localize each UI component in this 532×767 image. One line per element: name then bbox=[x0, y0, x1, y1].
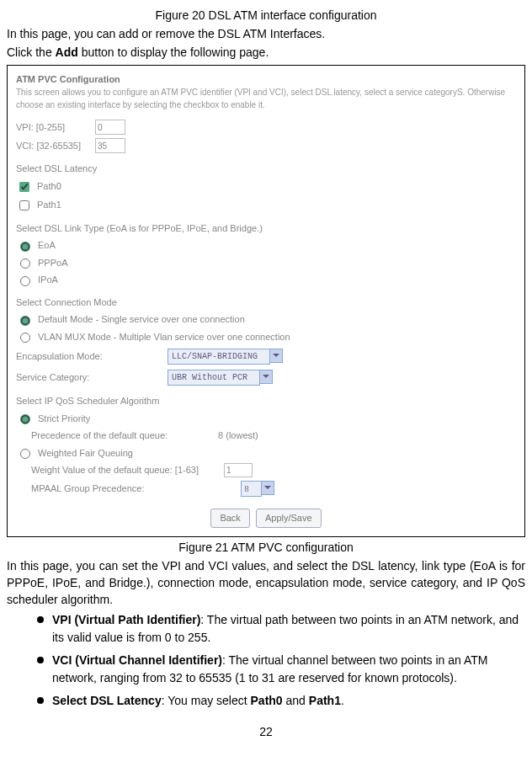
conn-vlan-label: VLAN MUX Mode - Multiple Vlan service ov… bbox=[38, 330, 290, 344]
qos-mpaal-label: MPAAL Group Precedence: bbox=[31, 482, 145, 496]
pppoa-row: PPPoA bbox=[16, 256, 516, 270]
bullet-vpi: VPI (Virtual Path Identifier): The virtu… bbox=[37, 611, 525, 647]
encap-row: Encapsulation Mode: LLC/SNAP-BRIDGING bbox=[16, 349, 516, 365]
encap-value: LLC/SNAP-BRIDGING bbox=[168, 349, 270, 365]
conn-vlan-row: VLAN MUX Mode - Multiple Vlan service ov… bbox=[16, 330, 516, 344]
vci-row: VCI: [32-65535] bbox=[16, 138, 516, 153]
bullet-latency: Select DSL Latency: You may select Path0… bbox=[37, 692, 525, 710]
conn-vlan-radio[interactable] bbox=[20, 333, 30, 343]
qos-prec-value: 8 (lowest) bbox=[218, 429, 258, 443]
eoa-label: EoA bbox=[38, 238, 56, 253]
conn-default-row: Default Mode - Single service over one c… bbox=[16, 312, 516, 327]
vci-input[interactable] bbox=[95, 138, 125, 153]
vpi-input[interactable] bbox=[95, 120, 125, 135]
bullet-list: VPI (Virtual Path Identifier): The virtu… bbox=[7, 611, 525, 710]
ss-description: This screen allows you to configure an A… bbox=[16, 86, 516, 111]
bullet-vci-bold: VCI (Virtual Channel Identifier) bbox=[52, 653, 222, 667]
bullet-latency-end: . bbox=[341, 694, 344, 707]
qos-prec-label: Precedence of the default queue: bbox=[31, 429, 168, 443]
qos-weight-input[interactable] bbox=[224, 463, 253, 477]
encap-label: Encapsulation Mode: bbox=[16, 349, 168, 364]
qos-weight-label: Weight Value of the default queue: [1-63… bbox=[31, 463, 199, 477]
eoa-radio[interactable] bbox=[20, 242, 30, 252]
qos-strict-radio[interactable] bbox=[20, 414, 30, 424]
intro-line2-post: button to display the following page. bbox=[78, 45, 269, 59]
servcat-select[interactable]: UBR Without PCR bbox=[168, 370, 273, 386]
chevron-down-icon bbox=[270, 349, 283, 363]
intro-line2: Click the Add button to display the foll… bbox=[7, 44, 525, 61]
qos-heading: Select IP QoS Scheduler Algorithm bbox=[16, 394, 516, 408]
vpi-label: VPI: [0-255] bbox=[16, 120, 90, 135]
qos-strict-row: Strict Priority bbox=[16, 412, 516, 426]
intro-line1: In this page, you can add or remove the … bbox=[7, 25, 525, 42]
figure20-caption: Figure 20 DSL ATM interface configuratio… bbox=[7, 8, 525, 22]
figure21-caption: Figure 21 ATM PVC configuration bbox=[7, 541, 525, 554]
bullet-latency-bold3: Path1 bbox=[309, 694, 341, 707]
path1-checkbox[interactable] bbox=[19, 200, 29, 210]
bullet-latency-and: and bbox=[283, 694, 309, 707]
ipoa-row: IPoA bbox=[16, 273, 516, 287]
connmode-heading: Select Connection Mode bbox=[16, 296, 516, 310]
conn-default-label: Default Mode - Single service over one c… bbox=[38, 312, 245, 327]
chevron-down-icon bbox=[262, 481, 274, 495]
path0-label: Path0 bbox=[37, 179, 61, 194]
page-number: 22 bbox=[7, 725, 525, 738]
qos-wfq-row: Weighted Fair Queuing bbox=[16, 446, 516, 461]
eoa-row: EoA bbox=[16, 238, 516, 253]
qos-mpaal-select[interactable]: 8 bbox=[241, 481, 274, 497]
latency-heading: Select DSL Latency bbox=[16, 162, 516, 176]
back-button[interactable]: Back bbox=[210, 509, 249, 528]
qos-wfq-radio[interactable] bbox=[20, 449, 30, 459]
bullet-latency-bold2: Path0 bbox=[251, 694, 283, 707]
encap-select[interactable]: LLC/SNAP-BRIDGING bbox=[168, 349, 283, 365]
ipoa-radio[interactable] bbox=[20, 276, 30, 286]
path0-checkbox[interactable] bbox=[19, 182, 29, 192]
vci-label: VCI: [32-65535] bbox=[16, 139, 90, 153]
atm-pvc-screenshot: ATM PVC Configuration This screen allows… bbox=[7, 65, 525, 537]
qos-mpaal-row: MPAAL Group Precedence: 8 bbox=[31, 481, 516, 497]
pppoa-label: PPPoA bbox=[38, 256, 67, 270]
qos-mpaal-value: 8 bbox=[241, 481, 262, 497]
path1-row: Path1 bbox=[16, 198, 516, 213]
ipoa-label: IPoA bbox=[38, 273, 58, 287]
servcat-label: Service Category: bbox=[16, 370, 168, 385]
servcat-value: UBR Without PCR bbox=[168, 370, 260, 386]
servcat-row: Service Category: UBR Without PCR bbox=[16, 370, 516, 386]
chevron-down-icon bbox=[260, 370, 273, 384]
intro-add-bold: Add bbox=[56, 45, 78, 59]
qos-weight-row: Weight Value of the default queue: [1-63… bbox=[31, 463, 516, 477]
button-row: Back Apply/Save bbox=[16, 509, 516, 528]
bullet-vpi-bold: VPI (Virtual Path Identifier) bbox=[52, 613, 200, 626]
intro-line2-pre: Click the bbox=[7, 45, 56, 59]
bullet-latency-mid: : You may select bbox=[162, 694, 251, 707]
vpi-row: VPI: [0-255] bbox=[16, 120, 516, 135]
explanation-paragraph: In this page, you can set the VPI and VC… bbox=[7, 557, 525, 609]
apply-save-button[interactable]: Apply/Save bbox=[256, 509, 322, 528]
qos-strict-label: Strict Priority bbox=[38, 412, 90, 426]
qos-wfq-label: Weighted Fair Queuing bbox=[38, 446, 133, 461]
bullet-latency-bold1: Select DSL Latency bbox=[52, 694, 162, 707]
pppoa-radio[interactable] bbox=[20, 258, 30, 269]
conn-default-radio[interactable] bbox=[20, 316, 30, 326]
qos-prec-row: Precedence of the default queue: 8 (lowe… bbox=[31, 429, 516, 443]
path1-label: Path1 bbox=[37, 198, 61, 212]
path0-row: Path0 bbox=[16, 179, 516, 194]
linktype-heading: Select DSL Link Type (EoA is for PPPoE, … bbox=[16, 221, 516, 236]
ss-heading: ATM PVC Configuration bbox=[16, 72, 516, 87]
bullet-vci: VCI (Virtual Channel Identifier): The vi… bbox=[37, 652, 525, 687]
